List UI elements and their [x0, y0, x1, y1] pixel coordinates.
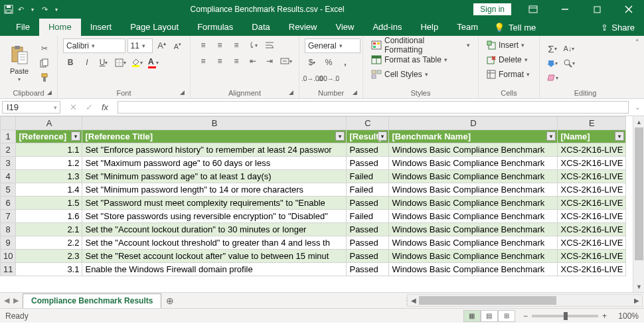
align-top-button[interactable]: ≡	[196, 39, 210, 52]
row-header[interactable]: 11	[1, 263, 16, 276]
cell[interactable]: XCS-2K16-LIVE	[558, 250, 626, 263]
cell[interactable]: Windows Basic Compliance Benchmark	[389, 170, 558, 183]
col-header[interactable]: B	[82, 117, 347, 130]
filter-icon[interactable]: ▾	[378, 131, 387, 141]
name-box[interactable]: I19▾	[2, 101, 60, 114]
cell[interactable]: 1.5	[16, 197, 82, 210]
cell[interactable]: Passed	[347, 157, 389, 170]
header-cell[interactable]: [Reference]▾	[16, 130, 82, 143]
prev-sheet-icon[interactable]: ◀	[4, 296, 9, 305]
cell[interactable]: Set "Password must meet complexity requi…	[82, 197, 347, 210]
align-center-button[interactable]: ≡	[212, 54, 227, 68]
insert-function-button[interactable]: fx	[98, 102, 112, 112]
enter-formula-button[interactable]: ✓	[82, 102, 96, 112]
cell[interactable]: 3.1	[16, 263, 82, 276]
tab-home[interactable]: Home	[39, 19, 81, 36]
cell[interactable]: Set "Enforce password history" to rememb…	[82, 143, 347, 157]
share-button[interactable]: ⇪Share	[592, 19, 644, 36]
cell[interactable]: 1.3	[16, 170, 82, 183]
font-size-combo[interactable]: 11▾	[127, 39, 153, 53]
cell[interactable]: Passed	[347, 223, 389, 236]
dialog-launcher-icon[interactable]: ◢	[180, 89, 185, 96]
tab-view[interactable]: View	[326, 19, 363, 36]
undo-icon[interactable]: ↶	[16, 5, 25, 14]
tab-formulas[interactable]: Formulas	[188, 19, 242, 36]
signin-button[interactable]: Sign in	[473, 3, 511, 15]
paste-button[interactable]: Paste ▾	[5, 41, 33, 85]
cell[interactable]: Windows Basic Compliance Benchmark	[389, 143, 558, 157]
cell[interactable]: XCS-2K16-LIVE	[558, 197, 626, 210]
cell[interactable]: 2.1	[16, 223, 82, 236]
align-right-button[interactable]: ≡	[229, 54, 244, 68]
cell[interactable]: Passed	[347, 143, 389, 157]
align-left-button[interactable]: ≡	[196, 54, 210, 68]
tab-insert[interactable]: Insert	[81, 19, 121, 36]
font-color-button[interactable]: A▾	[146, 56, 161, 69]
scroll-thumb[interactable]	[419, 296, 556, 305]
font-name-combo[interactable]: Calibri▾	[63, 39, 125, 53]
row-header[interactable]: 9	[1, 236, 16, 250]
cell[interactable]: XCS-2K16-LIVE	[558, 183, 626, 197]
autosum-button[interactable]: Σ▾	[545, 42, 560, 55]
cell[interactable]: Set "Store passwords using reversible en…	[82, 210, 347, 223]
tab-file[interactable]: File	[7, 19, 39, 36]
cell[interactable]: Passed	[347, 236, 389, 250]
row-header[interactable]: 1	[1, 130, 16, 143]
filter-icon[interactable]: ▾	[615, 131, 624, 141]
cell[interactable]: XCS-2K16-LIVE	[558, 236, 626, 250]
cell[interactable]: XCS-2K16-LIVE	[558, 210, 626, 223]
header-cell[interactable]: [Benchmark Name]▾	[389, 130, 558, 143]
dialog-launcher-icon[interactable]: ◢	[47, 89, 52, 96]
maximize-button[interactable]	[582, 0, 612, 19]
bold-button[interactable]: B	[63, 56, 78, 69]
increase-decimal-button[interactable]: .0→.00	[305, 72, 319, 85]
cell[interactable]: Passed	[347, 197, 389, 210]
tab-data[interactable]: Data	[242, 19, 279, 36]
tab-addins[interactable]: Add-ins	[363, 19, 411, 36]
wrap-text-button[interactable]	[262, 39, 277, 52]
cell[interactable]: Set "Minimum password age" to at least 1…	[82, 170, 347, 183]
cell[interactable]: Set the "Reset account lockout after" va…	[82, 250, 347, 263]
tab-help[interactable]: Help	[411, 19, 447, 36]
cell[interactable]: Set the "Account lockout threshold" to g…	[82, 236, 347, 250]
cell[interactable]: Failed	[347, 170, 389, 183]
find-select-button[interactable]: ▾	[562, 56, 576, 70]
percent-button[interactable]: %	[321, 56, 336, 69]
dialog-launcher-icon[interactable]: ◢	[353, 89, 357, 96]
increase-indent-button[interactable]: ⇥	[262, 54, 277, 68]
scroll-thumb[interactable]	[635, 127, 643, 260]
cancel-formula-button[interactable]: ✕	[66, 102, 80, 112]
cell[interactable]: Windows Basic Compliance Benchmark	[389, 210, 558, 223]
tab-page-layout[interactable]: Page Layout	[121, 19, 188, 36]
italic-button[interactable]: I	[80, 56, 94, 69]
fill-color-button[interactable]: ▾	[129, 56, 144, 69]
borders-button[interactable]: ▾	[113, 56, 127, 69]
cell[interactable]: Set "Minimum password length" to 14 or m…	[82, 183, 347, 197]
merge-center-button[interactable]: ▾	[279, 54, 293, 68]
zoom-out-button[interactable]: −	[523, 311, 528, 321]
redo-icon[interactable]: ↷	[40, 5, 49, 14]
cell[interactable]: Windows Basic Compliance Benchmark	[389, 197, 558, 210]
zoom-level[interactable]: 100%	[611, 311, 639, 321]
format-cells-button[interactable]: Format▾	[484, 68, 532, 81]
cell[interactable]: 2.2	[16, 236, 82, 250]
new-sheet-button[interactable]: ⊕	[161, 293, 179, 308]
row-header[interactable]: 4	[1, 170, 16, 183]
save-icon[interactable]	[4, 5, 13, 14]
header-cell[interactable]: [Name]▾	[558, 130, 626, 143]
minimize-button[interactable]	[550, 0, 580, 19]
comma-button[interactable]: ,	[338, 56, 353, 69]
cell-styles-button[interactable]: Cell Styles▾	[368, 68, 431, 81]
col-header[interactable]: C	[347, 117, 389, 130]
scroll-right-icon[interactable]: ▶	[631, 297, 642, 304]
tab-review[interactable]: Review	[280, 19, 327, 36]
scroll-down-icon[interactable]: ▼	[633, 281, 644, 292]
row-header[interactable]: 8	[1, 223, 16, 236]
underline-button[interactable]: U▾	[96, 56, 111, 69]
conditional-formatting-button[interactable]: Conditional Formatting▾	[368, 39, 473, 52]
cell[interactable]: Windows Basic Compliance Benchmark	[389, 236, 558, 250]
col-header[interactable]: D	[389, 117, 558, 130]
row-header[interactable]: 10	[1, 250, 16, 263]
qat-dd-icon[interactable]: ▾	[28, 5, 37, 14]
cell[interactable]: Windows Basic Compliance Benchmark	[389, 157, 558, 170]
